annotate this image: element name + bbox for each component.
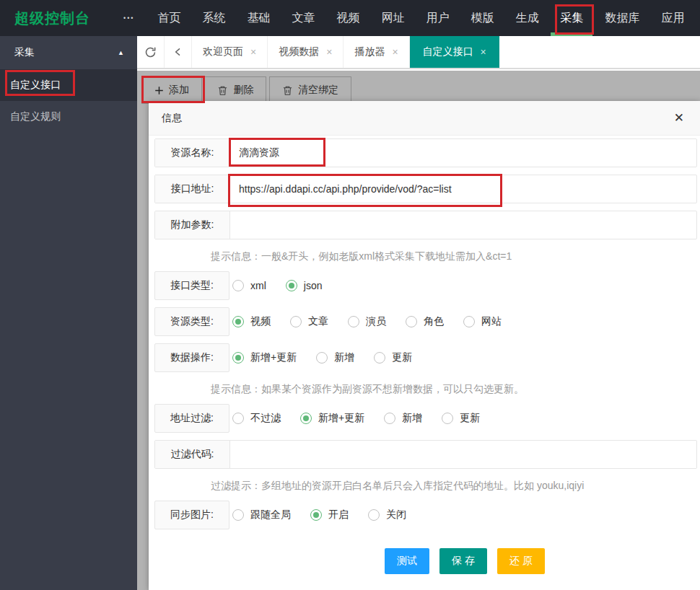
api-url-input[interactable] <box>230 175 696 203</box>
close-icon[interactable]: × <box>392 46 398 58</box>
radio-icon <box>300 413 312 424</box>
tab-custom-api[interactable]: 自定义接口 × <box>410 36 499 68</box>
params-hint: 提示信息：一般&开头，例如老版xml格式采集下载地址需加入&ct=1 <box>211 247 697 265</box>
radio-update[interactable]: 更新 <box>374 351 412 364</box>
filter-hint: 过滤提示：多组地址的资源开启白名单后只会入库指定代码的地址。比如 youku,i… <box>211 476 697 495</box>
radio-xml[interactable]: xml <box>232 280 266 291</box>
radio-filter-add-update[interactable]: 新增+更新 <box>300 412 364 425</box>
radio-icon <box>232 352 244 364</box>
tab-scroll-left-button[interactable] <box>165 36 192 68</box>
tab-bar: 欢迎页面 × 视频数据 × 播放器 × 自定义接口 × <box>137 36 700 69</box>
content-area: 欢迎页面 × 视频数据 × 播放器 × 自定义接口 × 添加 <box>137 36 700 590</box>
radio-no-filter[interactable]: 不过滤 <box>232 412 281 425</box>
tab-video-data[interactable]: 视频数据 × <box>268 36 344 68</box>
nav-item-basic[interactable]: 基础 <box>247 0 270 36</box>
field-sync-image: 同步图片: 跟随全局 开启 关闭 <box>154 501 697 529</box>
tab-player[interactable]: 播放器 × <box>344 36 409 68</box>
radio-enable[interactable]: 开启 <box>310 508 349 521</box>
nav-item-app[interactable]: 应用 <box>661 0 684 36</box>
dialog-body: 资源名称: 接口地址: 附加参数: 提示信息：一般&开头，例如老版xml格式采集… <box>149 136 700 574</box>
radio-icon <box>286 280 297 291</box>
nav-item-video[interactable]: 视频 <box>336 0 359 36</box>
tab-label: 欢迎页面 <box>203 45 243 58</box>
tab-welcome[interactable]: 欢迎页面 × <box>192 36 268 68</box>
radio-label: json <box>304 280 323 291</box>
nav-item-database[interactable]: 数据库 <box>605 0 639 36</box>
radio-group-sync-image: 跟随全局 开启 关闭 <box>229 501 697 529</box>
radio-label: 开启 <box>328 508 349 521</box>
radio-label: 网站 <box>481 315 502 328</box>
info-dialog: 信息 ✕ 资源名称: 接口地址: 附加参数: 提示信息：一般&开头，例如老版xm… <box>149 101 700 590</box>
radio-video[interactable]: 视频 <box>232 315 271 328</box>
radio-follow-global[interactable]: 跟随全局 <box>232 508 291 521</box>
close-icon[interactable]: × <box>326 46 332 58</box>
radio-icon <box>316 352 328 364</box>
ellipsis-menu-icon[interactable]: ••• <box>123 14 134 22</box>
field-label: 资源名称: <box>155 139 230 167</box>
nav-item-home[interactable]: 首页 <box>157 0 180 36</box>
sidebar-item-custom-api[interactable]: 自定义接口 <box>0 69 137 101</box>
field-resource-type: 资源类型: 视频 文章 演员 角色 网站 <box>154 307 697 336</box>
close-icon[interactable]: × <box>481 46 486 58</box>
radio-icon <box>442 413 453 424</box>
radio-disable[interactable]: 关闭 <box>368 508 406 521</box>
close-icon[interactable]: ✕ <box>674 112 684 124</box>
radio-role[interactable]: 角色 <box>406 315 444 328</box>
radio-group-api-type: xml json <box>229 271 697 300</box>
nav-item-user[interactable]: 用户 <box>426 0 449 36</box>
radio-label: xml <box>250 280 266 291</box>
resource-name-input[interactable] <box>230 139 696 167</box>
radio-label: 文章 <box>308 315 328 328</box>
field-label: 接口类型: <box>154 271 229 300</box>
field-label: 同步图片: <box>154 501 229 529</box>
filter-code-input[interactable] <box>230 441 696 468</box>
nav-item-article[interactable]: 文章 <box>292 0 315 36</box>
radio-filter-update[interactable]: 更新 <box>442 412 480 425</box>
refresh-button[interactable] <box>137 36 165 68</box>
field-label: 资源类型: <box>154 307 229 336</box>
field-label: 过滤代码: <box>155 441 230 468</box>
nav-item-generate[interactable]: 生成 <box>515 0 538 36</box>
radio-icon <box>384 413 395 424</box>
nav-item-template[interactable]: 模版 <box>471 0 494 36</box>
chevron-left-icon <box>172 46 184 58</box>
radio-label: 更新 <box>460 412 480 425</box>
tab-label: 视频数据 <box>279 45 319 58</box>
radio-filter-add[interactable]: 新增 <box>384 412 422 425</box>
radio-label: 角色 <box>424 315 444 328</box>
field-api-type: 接口类型: xml json <box>154 271 697 300</box>
field-filter-code: 过滤代码: <box>154 440 697 469</box>
radio-icon <box>232 280 244 291</box>
close-icon[interactable]: × <box>250 46 256 58</box>
radio-actor[interactable]: 演员 <box>348 315 386 328</box>
nav-item-collect[interactable]: 采集 <box>560 0 583 36</box>
radio-group-url-filter: 不过滤 新增+更新 新增 更新 <box>229 404 697 433</box>
test-button[interactable]: 测试 <box>385 548 429 574</box>
radio-label: 跟随全局 <box>250 508 291 521</box>
radio-label: 更新 <box>392 351 412 364</box>
refresh-icon <box>144 45 157 59</box>
radio-label: 新增 <box>334 351 354 364</box>
dialog-title: 信息 <box>162 112 182 125</box>
top-navbar: 超级控制台 ••• 首页 系统 基础 文章 视频 网址 用户 模版 生成 采集 … <box>0 0 700 36</box>
radio-icon <box>290 316 302 327</box>
restore-button[interactable]: 还 原 <box>497 548 545 574</box>
radio-label: 演员 <box>366 315 386 328</box>
sidebar-item-custom-rule[interactable]: 自定义规则 <box>0 101 137 133</box>
field-api-url: 接口地址: <box>154 175 697 203</box>
save-button[interactable]: 保 存 <box>439 548 487 574</box>
nav-item-system[interactable]: 系统 <box>202 0 225 36</box>
radio-add-update[interactable]: 新增+更新 <box>232 351 297 364</box>
field-label: 附加参数: <box>155 211 230 239</box>
app-title: 超级控制台 <box>0 9 90 28</box>
action-hint: 提示信息：如果某个资源作为副资源不想新增数据，可以只勾选更新。 <box>211 379 697 398</box>
radio-article[interactable]: 文章 <box>290 315 328 328</box>
radio-icon <box>348 316 359 327</box>
radio-icon <box>232 413 244 424</box>
sidebar-group-collect[interactable]: 采集 ▲ <box>0 36 137 69</box>
radio-website[interactable]: 网站 <box>463 315 502 328</box>
radio-add[interactable]: 新增 <box>316 351 354 364</box>
extra-params-input[interactable] <box>230 211 696 239</box>
nav-item-site[interactable]: 网址 <box>381 0 404 36</box>
radio-json[interactable]: json <box>286 280 323 291</box>
